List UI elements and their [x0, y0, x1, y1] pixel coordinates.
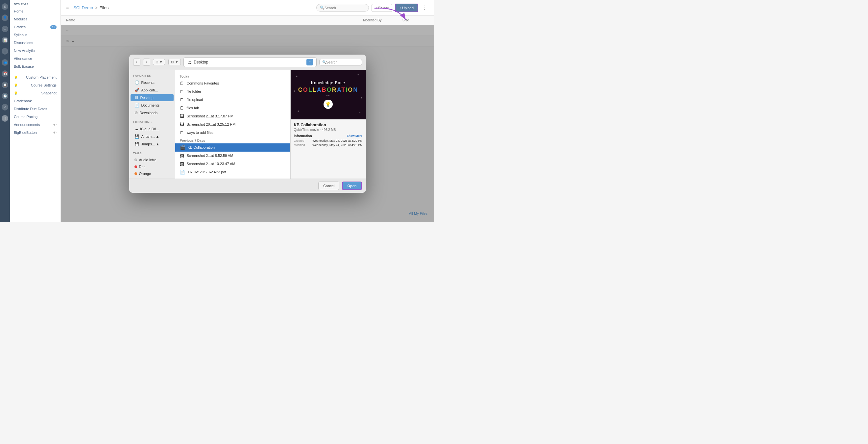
sidebar-item-desktop[interactable]: 🖥 Desktop [130, 94, 174, 101]
star-decoration: ✦ [359, 112, 361, 114]
sidebar-item-snapshot[interactable]: 💡 Snapshot [10, 89, 61, 97]
star-decoration: ✦ [296, 75, 298, 78]
view-toggle-button[interactable]: ⊞ ▼ [153, 59, 165, 65]
sidebar-item-new-analytics[interactable]: New Analytics [10, 47, 61, 55]
sidebar-item-gradebook[interactable]: Gradebook [10, 97, 61, 105]
sidebar-item-course-pacing[interactable]: Course Pacing [10, 113, 61, 121]
dropdown-icon2: ▼ [175, 60, 178, 64]
search-input[interactable] [324, 6, 364, 10]
favorites-label: Favorites [129, 73, 175, 79]
course-label: BTS 22-23 [10, 0, 61, 7]
sidebar-item-audio-intro[interactable]: Audio Intro [130, 156, 174, 163]
list-item-files-tab[interactable]: 🗒 files tab [175, 104, 290, 112]
breadcrumb-separator: > [95, 5, 98, 10]
shield-icon: 🛡 [2, 26, 8, 32]
location-bar[interactable]: 🗂 Desktop ⌃ [183, 57, 316, 67]
sidebar-item-custom-placement[interactable]: 💡 Custom Placement [10, 73, 61, 81]
sidebar-item-discussions[interactable]: Discussions [10, 39, 61, 47]
people-icon: 👥 [2, 59, 8, 66]
list-item-trgms[interactable]: 📄 TRGMS/HS 3-23-23.pdf [175, 168, 290, 176]
thumbnail-content: Knowledge Base COLLABORATION ~~ 💡 [295, 77, 362, 112]
video-icon: 🎬 [180, 145, 185, 150]
prev7-label: Previous 7 Days [175, 137, 290, 143]
applications-icon: 🚀 [134, 88, 140, 92]
grade-icon: 📋 [2, 82, 8, 88]
sidebar-item-course-settings[interactable]: 💡 Course Settings [10, 81, 61, 89]
sidebar-item-attendance[interactable]: Attendance [10, 55, 61, 62]
files-content: -- 👁 -- All My Files ‹ › ⊞ [61, 25, 434, 222]
course-name[interactable]: SCI Demo [73, 5, 93, 10]
sidebar-item-syllabus[interactable]: Syllabus [10, 31, 61, 39]
menu-icon[interactable]: ≡ [66, 5, 69, 10]
dialog-search-input[interactable] [326, 60, 356, 64]
list-icon: ☰ [2, 48, 8, 55]
sidebar-item-orange[interactable]: Orange [130, 170, 174, 177]
back-button[interactable]: ‹ [133, 59, 141, 66]
desktop-icon: 🖥 [134, 95, 138, 100]
sidebar-item-documents[interactable]: 📄 Documents [130, 101, 174, 109]
kb-collab-row-wrapper: 🎬 KB Collaboration [175, 143, 290, 152]
file-picker-dialog: ‹ › ⊞ ▼ ⊟ ▼ 🗂 Desktop ⌃ [129, 55, 366, 193]
sidebar-item-modules[interactable]: Modules [10, 15, 61, 23]
image-icon: 🖼 [180, 153, 184, 158]
layout-toggle-button[interactable]: ⊟ ▼ [168, 59, 181, 65]
location-chevron-button[interactable]: ⌃ [306, 59, 313, 65]
more-options-icon[interactable]: ⋮ [421, 3, 429, 12]
lightbulb-icon: 💡 [14, 76, 18, 79]
file-icon: 🗒 [180, 97, 184, 102]
forward-button[interactable]: › [143, 59, 150, 66]
sidebar-item-grades[interactable]: Grades 11 [10, 23, 61, 31]
lightbulb-icon: 💡 [14, 84, 18, 87]
dialog-footer: Cancel Open [129, 179, 366, 193]
list-item-screenshot1[interactable]: 🖼 Screenshot 2...at 3.17.07 PM [175, 112, 290, 120]
list-item-commons-fav[interactable]: 🗒 Commons Favorites [175, 79, 290, 87]
modal-backdrop: ‹ › ⊞ ▼ ⊟ ▼ 🗂 Desktop ⌃ [61, 25, 434, 222]
main-area: ≡ SCI Demo > Files 🔍 + Folder ↑ Upload [61, 0, 434, 222]
list-item-file-upload[interactable]: 🗒 file upload [175, 96, 290, 104]
dialog-body: Favorites 🕐 Recents 🚀 Applicati... 🖥 Des… [129, 70, 366, 179]
sidebar-item-distribute-due-dates[interactable]: Distribute Due Dates [10, 105, 61, 113]
user-icon: 👤 [2, 14, 8, 21]
sidebar-item-bigbluebutton[interactable]: BigBlueButton 👁 [10, 128, 61, 137]
list-item-screenshot3[interactable]: 🖼 Screenshot 2...at 8.52.59 AM [175, 152, 290, 160]
preview-filename: KB Collaboration [294, 123, 363, 127]
sidebar-item-bulk-excuse[interactable]: Bulk Excuse [10, 62, 61, 70]
image-icon: 🖼 [180, 122, 184, 127]
recents-icon: 🕐 [134, 80, 140, 85]
search-box[interactable]: 🔍 [316, 4, 369, 11]
locations-label: Locations [129, 119, 175, 125]
sidebar-item-airtam[interactable]: 💾 Airtam... ▲ [130, 133, 174, 140]
dialog-search-box[interactable]: 🔍 [319, 59, 362, 65]
sidebar-item-downloads[interactable]: ⊕ Downloads [130, 109, 174, 116]
list-item-screenshot2[interactable]: 🖼 Screenshot 20...at 3.25.12 PM [175, 120, 290, 128]
cloud-icon: ☁ [134, 127, 138, 131]
sidebar-item-jumps[interactable]: 💾 Jumps... ▲ [130, 141, 174, 148]
dropdown-icon: ▼ [159, 60, 163, 64]
show-more-button[interactable]: Show More [346, 134, 362, 138]
star-decoration: ✦ [297, 110, 300, 113]
list-item-kb-collab[interactable]: 🎬 KB Collaboration [175, 143, 290, 152]
dialog-sidebar: Favorites 🕐 Recents 🚀 Applicati... 🖥 Des… [129, 70, 175, 179]
preview-info: KB Collaboration QuickTime movie · 496.2… [291, 119, 366, 179]
sidebar-item-announcements[interactable]: Announcements 👁 [10, 121, 61, 128]
school-icon: S [2, 3, 8, 10]
open-button[interactable]: Open [342, 182, 362, 190]
calendar-icon: 📅 [2, 70, 8, 77]
list-item-view-course[interactable]: 🗒 View Course.png [175, 176, 290, 179]
preview-filetype: QuickTime movie · 496.2 MB [294, 128, 363, 131]
breadcrumb: ≡ SCI Demo > Files [66, 5, 108, 10]
share-icon: ↗ [2, 104, 8, 111]
list-item-file-folder[interactable]: 🗒 file folder [175, 87, 290, 96]
sidebar-item-applications[interactable]: 🚀 Applicati... [130, 87, 174, 94]
list-item-screenshot4[interactable]: 🖼 Screenshot 2...at 10.23.47 AM [175, 160, 290, 168]
sidebar-item-red[interactable]: Red [130, 164, 174, 170]
sidebar-item-icloud[interactable]: ☁ iCloud Dri... [130, 125, 174, 132]
sidebar-item-recents[interactable]: 🕐 Recents [130, 79, 174, 86]
drive2-icon: 💾 [134, 142, 140, 146]
list-item-ways-to-add[interactable]: 🗒 ways to add files [175, 128, 290, 137]
sidebar-item-home[interactable]: Home [10, 7, 61, 15]
cancel-button[interactable]: Cancel [318, 182, 339, 190]
chevron-icon: ⌃ [308, 60, 311, 64]
grid-icon: ⊞ [156, 60, 158, 64]
today-label: Today [175, 73, 290, 79]
